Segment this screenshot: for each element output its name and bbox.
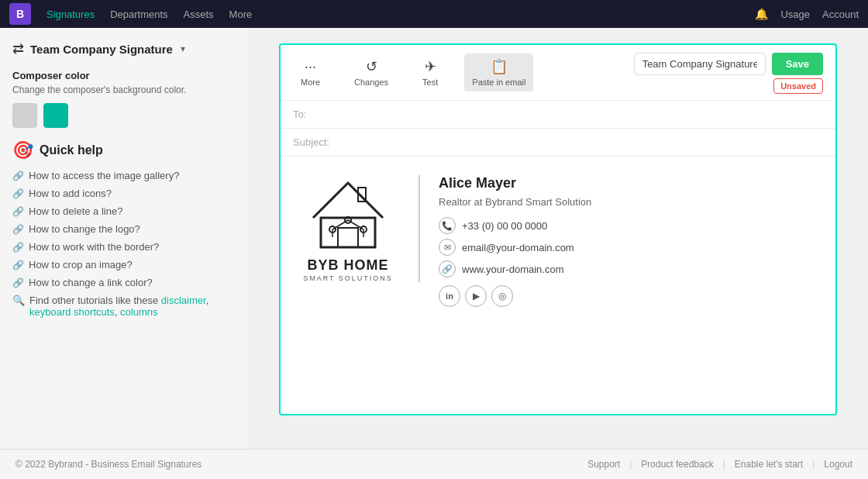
sig-social-links: in ▶ ◎ (439, 285, 591, 307)
tutorial-shortcuts-link[interactable]: keyboard shortcuts (29, 306, 115, 318)
color-swatch-gray[interactable] (12, 103, 37, 128)
help-link-border[interactable]: 🔗 How to work with the border? (12, 241, 236, 253)
link-icon: 🔗 (12, 171, 24, 181)
sig-phone: 📞 +33 (0) 00 00 0000 (439, 217, 591, 234)
svg-rect-1 (338, 228, 358, 247)
color-swatch-teal[interactable] (43, 103, 68, 128)
content-area: ··· More ↺ Changes ✈ Test 📋 Paste in ema… (248, 28, 868, 449)
footer-feedback-link[interactable]: Product feedback (641, 459, 713, 470)
test-icon: ✈ (425, 58, 436, 75)
nav-signatures[interactable]: Signatures (46, 9, 95, 20)
signature-preview: BYB HOME SMART SOLUTIONS Alice Mayer Rea… (281, 157, 835, 414)
unsaved-badge: Unsaved (773, 78, 823, 94)
footer-enable-link[interactable]: Enable let's start (735, 459, 803, 470)
sig-brand-name: BYB HOME (307, 257, 388, 274)
paste-in-email-button[interactable]: 📋 Paste in email (464, 53, 533, 91)
sig-person-name: Alice Mayer (439, 175, 591, 191)
signature-selector-title: Team Company Signature (30, 43, 173, 56)
nav-logo[interactable]: B (9, 3, 31, 25)
help-link-logo[interactable]: 🔗 How to change the logo? (12, 223, 236, 235)
footer-copyright: © 2022 Bybrand - Business Email Signatur… (16, 459, 202, 470)
subject-field[interactable]: Subject: (281, 129, 835, 157)
sig-website: 🔗 www.your-domain.com (439, 260, 591, 277)
signature-selector-icon: ⇄ (12, 40, 24, 57)
nav-icon-bell[interactable]: 🔔 (755, 8, 768, 20)
composer-toolbar: ··· More ↺ Changes ✈ Test 📋 Paste in ema… (281, 45, 835, 101)
toolbar-right: Save Unsaved (634, 53, 823, 92)
sig-house-svg (305, 175, 391, 253)
chevron-down-icon: ▾ (181, 43, 185, 54)
svg-rect-0 (321, 218, 375, 247)
footer-support-link[interactable]: Support (587, 459, 620, 470)
sig-logo-section: BYB HOME SMART SOLUTIONS (296, 175, 420, 282)
to-field[interactable]: To: (281, 101, 835, 129)
more-icon: ··· (305, 59, 316, 75)
signature-selector[interactable]: ⇄ Team Company Signature ▾ (12, 40, 236, 57)
help-link-gallery[interactable]: 🔗 How to access the image gallery? (12, 170, 236, 181)
more-button[interactable]: ··· More (293, 54, 328, 91)
nav-usage[interactable]: Usage (780, 9, 810, 20)
email-composer: ··· More ↺ Changes ✈ Test 📋 Paste in ema… (279, 43, 837, 415)
find-tutorials: 🔍 Find other tutorials like these discla… (12, 295, 236, 318)
link-icon: 🔗 (12, 224, 24, 235)
changes-icon: ↺ (366, 58, 377, 75)
nav-departments[interactable]: Departments (110, 9, 167, 20)
link-icon: 🔗 (12, 206, 24, 217)
sidebar: ⇄ Team Company Signature ▾ Composer colo… (0, 28, 248, 449)
paste-icon: 📋 (491, 58, 508, 75)
top-nav: B Signatures Departments Assets More 🔔 U… (0, 0, 868, 28)
sig-info-section: Alice Mayer Realtor at Bybrand Smart Sol… (439, 175, 591, 307)
web-icon: 🔗 (439, 260, 456, 277)
link-icon: 🔗 (12, 260, 24, 271)
nav-more[interactable]: More (229, 9, 253, 20)
quick-help-section: 🎯 Quick help 🔗 How to access the image g… (12, 140, 236, 318)
linkedin-icon[interactable]: in (439, 285, 460, 307)
youtube-icon[interactable]: ▶ (465, 285, 487, 307)
footer-links: Support | Product feedback | Enable let'… (587, 459, 852, 470)
composer-color-title: Composer color (12, 70, 236, 81)
link-icon: 🔗 (12, 188, 24, 199)
help-link-crop[interactable]: 🔗 How to crop an image? (12, 259, 236, 271)
changes-button[interactable]: ↺ Changes (346, 53, 396, 91)
tutorial-disclaimer-link[interactable]: disclaimer (161, 295, 206, 306)
link-icon: 🔗 (12, 277, 24, 288)
save-button[interactable]: Save (772, 53, 823, 75)
main-layout: ⇄ Team Company Signature ▾ Composer colo… (0, 28, 868, 449)
instagram-icon[interactable]: ◎ (491, 285, 513, 307)
help-link-delete-line[interactable]: 🔗 How to delete a line? (12, 205, 236, 217)
quick-help-icon: 🎯 (12, 140, 33, 160)
composer-color-section: Composer color Change the composer's bac… (12, 70, 236, 128)
composer-color-desc: Change the composer's background color. (12, 84, 236, 95)
footer-logout-link[interactable]: Logout (824, 459, 852, 470)
footer: © 2022 Bybrand - Business Email Signatur… (0, 449, 868, 479)
sig-person-title: Realtor at Bybrand Smart Solution (439, 196, 591, 208)
tutorial-columns-link[interactable]: columns (120, 306, 157, 318)
phone-icon: 📞 (439, 217, 456, 234)
search-small-icon: 🔍 (12, 295, 25, 306)
link-icon: 🔗 (12, 242, 24, 253)
color-swatches (12, 103, 236, 128)
sig-brand-sub: SMART SOLUTIONS (303, 274, 393, 282)
signature-name-input[interactable] (634, 53, 766, 75)
nav-account[interactable]: Account (822, 9, 859, 20)
email-icon: ✉ (439, 239, 456, 256)
quick-help-title: Quick help (40, 143, 103, 157)
sig-email: ✉ email@your-domain.com (439, 239, 591, 256)
test-button[interactable]: ✈ Test (415, 53, 446, 91)
nav-assets[interactable]: Assets (184, 9, 214, 20)
help-link-icons[interactable]: 🔗 How to add icons? (12, 188, 236, 199)
help-link-link-color[interactable]: 🔗 How to change a link color? (12, 277, 236, 288)
